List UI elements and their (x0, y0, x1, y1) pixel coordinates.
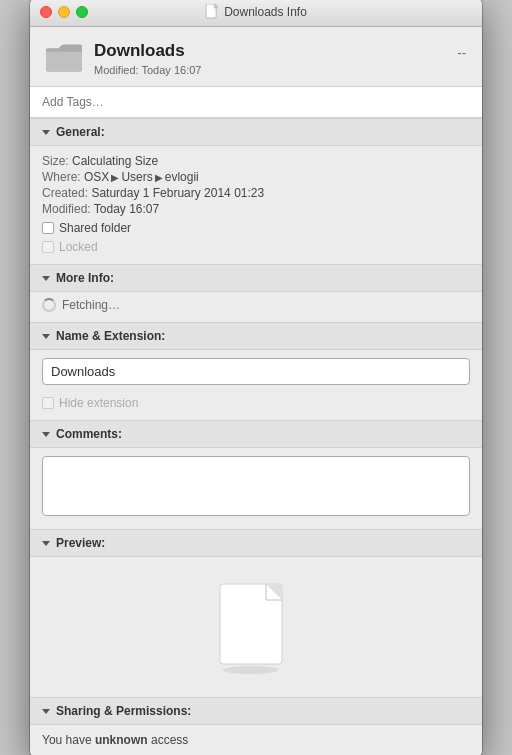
fetching-text: Fetching… (62, 298, 120, 312)
locked-label: Locked (59, 240, 98, 254)
shared-folder-label: Shared folder (59, 221, 131, 235)
content-area: Downloads Modified: Today 16:07 -- Gener… (30, 27, 482, 755)
where-row: Where: OSX ▶ Users ▶ evlogii (42, 170, 470, 184)
name-extension-body: Hide extension (30, 350, 482, 420)
comments-section: Comments: (30, 421, 482, 530)
name-field[interactable] (42, 358, 470, 385)
more-info-triangle (42, 276, 50, 281)
file-info: Downloads Modified: Today 16:07 (94, 41, 445, 76)
created-row: Created: Saturday 1 February 2014 01:23 (42, 186, 470, 200)
folder-icon (46, 44, 82, 74)
more-info-label: More Info: (56, 271, 114, 285)
created-value: Saturday 1 February 2014 01:23 (91, 186, 264, 200)
titlebar-file-icon (205, 4, 219, 20)
svg-rect-1 (220, 584, 282, 664)
path-arrow-1: ▶ (155, 172, 163, 183)
more-info-section: More Info: Fetching… (30, 265, 482, 323)
triangle-icon (42, 130, 50, 135)
general-label: General: (56, 125, 105, 139)
tags-input[interactable] (30, 87, 482, 118)
file-header-action[interactable]: -- (457, 41, 466, 60)
preview-label: Preview: (56, 536, 105, 550)
more-info-header[interactable]: More Info: (30, 265, 482, 292)
titlebar-title: Downloads Info (205, 4, 307, 20)
shared-folder-row: Shared folder (42, 221, 470, 235)
name-extension-label: Name & Extension: (56, 329, 165, 343)
access-text-1: You have (42, 733, 95, 747)
size-value: Calculating Size (72, 154, 158, 168)
preview-body (30, 557, 482, 697)
general-body: Size: Calculating Size Where: OSX ▶ User… (30, 146, 482, 264)
svg-point-2 (223, 666, 279, 674)
access-unknown-text: unknown (95, 733, 148, 747)
modified-label: Modified: (42, 202, 91, 216)
modified-row: Modified: Today 16:07 (42, 202, 470, 216)
fetching-row: Fetching… (30, 292, 482, 322)
created-label: Created: (42, 186, 88, 200)
locked-checkbox[interactable] (42, 241, 54, 253)
general-section: General: Size: Calculating Size Where: O… (30, 119, 482, 265)
comments-header[interactable]: Comments: (30, 421, 482, 448)
sharing-section: Sharing & Permissions: You have unknown … (30, 698, 482, 755)
comments-body (30, 448, 482, 529)
file-header: Downloads Modified: Today 16:07 -- (30, 27, 482, 87)
file-modified: Modified: Today 16:07 (94, 64, 445, 76)
preview-doc-icon (216, 580, 296, 675)
spinner-icon (42, 298, 56, 312)
size-row: Size: Calculating Size (42, 154, 470, 168)
general-section-header[interactable]: General: (30, 119, 482, 146)
hide-extension-checkbox[interactable] (42, 397, 54, 409)
path-part-2: evlogii (165, 170, 199, 184)
sharing-header[interactable]: Sharing & Permissions: (30, 698, 482, 725)
file-name: Downloads (94, 41, 445, 61)
comments-textarea[interactable] (42, 456, 470, 516)
path-part-0: OSX (84, 170, 109, 184)
titlebar-text: Downloads Info (224, 5, 307, 19)
preview-section: Preview: (30, 530, 482, 698)
where-path: OSX ▶ Users ▶ evlogii (84, 170, 199, 184)
where-label: Where: (42, 170, 81, 184)
name-extension-section: Name & Extension: Hide extension (30, 323, 482, 421)
name-extension-header[interactable]: Name & Extension: (30, 323, 482, 350)
sharing-label: Sharing & Permissions: (56, 704, 191, 718)
path-arrow-0: ▶ (111, 172, 119, 183)
comments-label: Comments: (56, 427, 122, 441)
hide-extension-label: Hide extension (59, 396, 138, 410)
name-ext-triangle (42, 334, 50, 339)
traffic-lights (40, 6, 88, 18)
modified-value: Today 16:07 (94, 202, 159, 216)
titlebar: Downloads Info (30, 0, 482, 27)
sharing-triangle (42, 709, 50, 714)
size-label: Size: (42, 154, 69, 168)
path-part-1: Users (121, 170, 152, 184)
preview-header[interactable]: Preview: (30, 530, 482, 557)
sharing-body: You have unknown access (30, 725, 482, 755)
close-button[interactable] (40, 6, 52, 18)
access-text-3: access (148, 733, 189, 747)
tags-section (30, 87, 482, 119)
hide-extension-row: Hide extension (42, 396, 470, 410)
main-window: Downloads Info Downloads Modified: Today… (30, 0, 482, 755)
comments-triangle (42, 432, 50, 437)
minimize-button[interactable] (58, 6, 70, 18)
preview-triangle (42, 541, 50, 546)
shared-folder-checkbox[interactable] (42, 222, 54, 234)
locked-row: Locked (42, 240, 470, 254)
maximize-button[interactable] (76, 6, 88, 18)
